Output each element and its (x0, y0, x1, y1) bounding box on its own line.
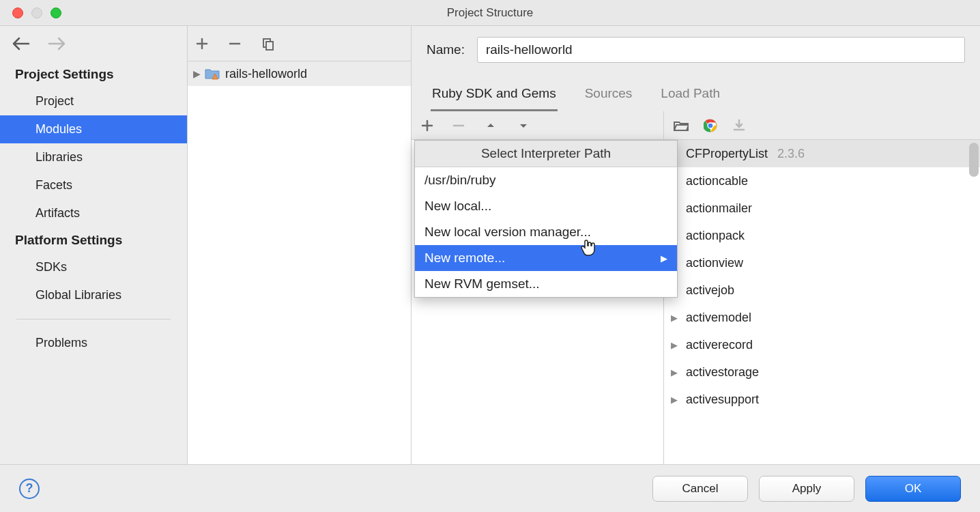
window-title: Project Structure (0, 6, 980, 20)
gem-row[interactable]: ▶activerecord (664, 331, 980, 358)
open-folder-icon[interactable] (674, 119, 689, 132)
popup-item-label: New local... (424, 199, 491, 214)
gem-name: actionpack (686, 229, 745, 243)
maximize-window-button[interactable] (51, 8, 61, 18)
footer: ? Cancel Apply OK (0, 464, 980, 512)
sidebar-heading-project-settings: Project Settings (0, 61, 187, 87)
gem-row[interactable]: ▶actioncable (664, 167, 980, 195)
sidebar: Project Settings Project Modules Librari… (0, 26, 188, 464)
sidebar-item-problems[interactable]: Problems (0, 329, 187, 357)
gem-row[interactable]: ▶actionview (664, 249, 980, 276)
tab-sources[interactable]: Sources (583, 81, 634, 111)
module-tree-item[interactable]: ▶ rails-helloworld (188, 61, 411, 86)
apply-button[interactable]: Apply (759, 476, 854, 502)
sidebar-item-libraries[interactable]: Libraries (0, 143, 187, 171)
popup-item-new-rvm-gemset[interactable]: New RVM gemset... (415, 271, 677, 297)
add-module-icon[interactable] (196, 38, 208, 50)
minimize-window-button (31, 8, 42, 18)
svg-point-3 (708, 123, 713, 128)
popup-item-new-remote[interactable]: New remote... ▶ (415, 245, 677, 271)
gem-name: activerecord (686, 338, 753, 352)
popup-item-label: New remote... (424, 251, 505, 266)
popup-item-label: New local version manager... (424, 225, 591, 240)
chevron-right-icon: ▶ (193, 68, 201, 79)
tab-load-path[interactable]: Load Path (659, 81, 721, 111)
ok-button[interactable]: OK (865, 476, 961, 502)
forward-icon (48, 37, 66, 51)
gem-name: actionview (686, 256, 743, 270)
chrome-icon[interactable] (704, 119, 717, 132)
close-window-button[interactable] (12, 8, 23, 18)
add-interpreter-icon[interactable] (421, 119, 433, 132)
sidebar-item-project[interactable]: Project (0, 87, 187, 115)
gem-version: 2.3.6 (777, 147, 805, 161)
cancel-button[interactable]: Cancel (652, 476, 748, 502)
sidebar-item-facets[interactable]: Facets (0, 171, 187, 199)
gem-row[interactable]: ▶activesupport (664, 386, 980, 413)
gem-name: activemodel (686, 311, 751, 325)
tab-ruby-sdk-and-gems[interactable]: Ruby SDK and Gems (431, 81, 558, 111)
gem-row[interactable]: ▶activestorage (664, 358, 980, 386)
module-panel: ▶ rails-helloworld (188, 26, 412, 464)
svg-rect-1 (266, 42, 273, 50)
gem-name: actionmailer (686, 201, 752, 216)
remove-module-icon[interactable] (229, 38, 241, 50)
sidebar-separator (16, 319, 171, 319)
sidebar-item-modules[interactable]: Modules (0, 115, 187, 143)
chevron-right-icon: ▶ (671, 313, 679, 323)
titlebar: Project Structure (0, 0, 980, 26)
popup-item-label: New RVM gemset... (424, 276, 540, 291)
detail-panel: Name: Ruby SDK and Gems Sources Load Pat… (412, 26, 980, 464)
expand-all-icon[interactable] (484, 119, 498, 132)
sidebar-item-sdks[interactable]: SDKs (0, 253, 187, 281)
chevron-right-icon: ▶ (671, 367, 679, 378)
back-icon[interactable] (12, 37, 30, 51)
gem-row[interactable]: ▶activemodel (664, 304, 980, 331)
gem-list-panel: CFPropertyList2.3.6▶actioncable▶actionma… (664, 111, 980, 464)
help-button[interactable]: ? (19, 479, 40, 499)
chevron-right-icon: ▶ (661, 253, 667, 264)
gem-name: activestorage (686, 365, 759, 380)
popup-item-label: /usr/bin/ruby (424, 173, 496, 188)
gem-name: actioncable (686, 174, 748, 188)
chevron-right-icon: ▶ (671, 340, 679, 350)
module-tree: ▶ rails-helloworld (188, 61, 411, 464)
popup-item-new-local-version-manager[interactable]: New local version manager... (415, 219, 677, 245)
module-label: rails-helloworld (225, 67, 307, 81)
gem-name: CFPropertyList (686, 147, 768, 161)
popup-item-usr-bin-ruby[interactable]: /usr/bin/ruby (415, 167, 677, 193)
name-label: Name: (427, 42, 465, 57)
gem-row[interactable]: ▶actionpack (664, 222, 980, 249)
chevron-right-icon: ▶ (671, 395, 679, 405)
sidebar-item-artifacts[interactable]: Artifacts (0, 199, 187, 227)
folder-icon (205, 68, 220, 80)
remove-interpreter-icon (452, 119, 465, 132)
name-input[interactable] (477, 37, 965, 63)
gem-row[interactable]: ▶activejob (664, 276, 980, 304)
gem-row[interactable]: CFPropertyList2.3.6 (664, 140, 980, 167)
gem-name: activejob (686, 283, 734, 298)
popup-item-new-local[interactable]: New local... (415, 193, 677, 219)
scrollbar-thumb[interactable] (969, 143, 979, 177)
sidebar-heading-platform-settings: Platform Settings (0, 227, 187, 253)
copy-module-icon[interactable] (261, 37, 275, 51)
collapse-all-icon[interactable] (517, 119, 530, 132)
gem-row[interactable]: ▶actionmailer (664, 195, 980, 222)
interpreter-list-panel: Select Interpreter Path /usr/bin/ruby Ne… (412, 111, 664, 464)
download-icon (732, 119, 746, 132)
gem-name: activesupport (686, 393, 759, 407)
popup-title: Select Interpreter Path (415, 141, 677, 167)
sidebar-item-global-libraries[interactable]: Global Libraries (0, 281, 187, 309)
interpreter-popup: Select Interpreter Path /usr/bin/ruby Ne… (414, 140, 678, 298)
